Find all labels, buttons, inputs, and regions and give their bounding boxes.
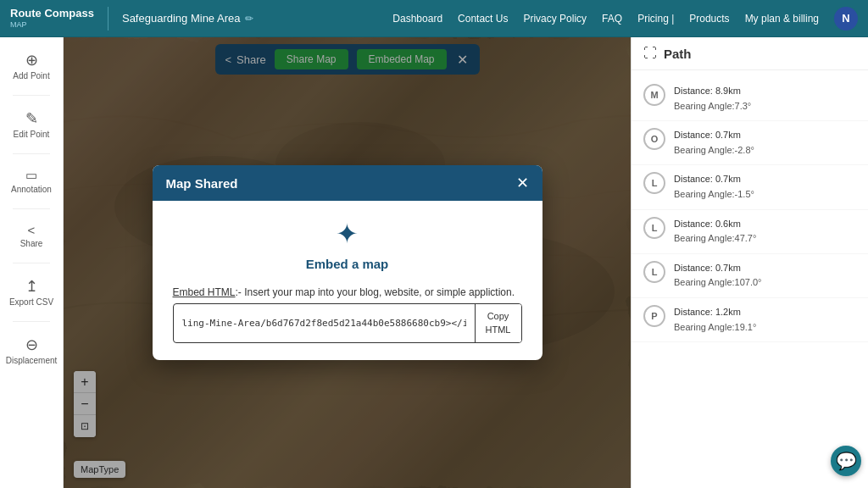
modal-title: Map Shared (166, 176, 238, 191)
path-bearing: Bearing Angle:7.3° (674, 99, 751, 114)
path-distance: Distance: 0.6km (674, 217, 756, 232)
path-distance: Distance: 0.7km (674, 128, 754, 143)
sidebar-divider-3 (13, 208, 50, 209)
project-title-text: Safeguarding Mine Area (122, 12, 240, 25)
map-background: < Share Share Map Embeded Map ✕ + − ⊡ Ma… (64, 37, 631, 488)
path-list-item: L Distance: 0.6km Bearing Angle:47.7° (632, 210, 868, 254)
path-bearing: Bearing Angle:-1.5° (674, 187, 754, 202)
add-point-label: Add Point (13, 71, 49, 81)
nav-pricing[interactable]: Pricing | (637, 13, 674, 25)
modal-close-button[interactable]: ✕ (516, 175, 529, 191)
embed-label-suffix: :- Insert your map into your blog, websi… (236, 286, 515, 298)
displacement-label: Displacement (6, 356, 58, 366)
embed-label: Embed HTML (173, 286, 236, 298)
path-distance: Distance: 0.7km (674, 172, 754, 187)
annotation-icon: ▭ (25, 168, 37, 183)
path-panel-title: Path (664, 47, 692, 61)
embed-modal: Map Shared ✕ ✦ Embed a map Embed HTML:- … (153, 165, 542, 360)
map-container: < Share Share Map Embeded Map ✕ + − ⊡ Ma… (64, 37, 631, 488)
path-bearing: Bearing Angle:-2.8° (674, 143, 754, 158)
sidebar-divider-2 (13, 153, 50, 154)
logo: Route Compass MAP (10, 8, 94, 28)
displacement-icon: ⊖ (25, 336, 38, 354)
embed-label-row: Embed HTML:- Insert your map into your b… (173, 286, 522, 298)
top-nav: Route Compass MAP Safeguarding Mine Area… (0, 0, 868, 37)
path-list-item: O Distance: 0.7km Bearing Angle:-2.8° (632, 121, 868, 165)
path-distance: Distance: 0.7km (674, 261, 761, 276)
nav-privacy[interactable]: Privacy Policy (523, 13, 587, 25)
edit-point-icon: ✎ (25, 109, 38, 128)
nav-products[interactable]: Products (689, 13, 729, 25)
edit-point-label: Edit Point (14, 130, 50, 140)
path-details: Distance: 1.2km Bearing Angle:19.1° (674, 305, 756, 335)
project-title: Safeguarding Mine Area ✏ (122, 12, 253, 25)
add-point-icon: ⊕ (25, 51, 38, 69)
modal-subtitle: Embed a map (173, 257, 522, 271)
right-panel: ⛶ Path M Distance: 8.9km Bearing Angle:7… (631, 37, 868, 488)
nav-links: Dashboard Contact Us Privacy Policy FAQ … (392, 7, 858, 30)
path-node: L (643, 261, 665, 283)
path-node: L (643, 172, 665, 194)
path-list-item: L Distance: 0.7km Bearing Angle:107.0° (632, 254, 868, 298)
nav-contact[interactable]: Contact Us (458, 13, 508, 25)
path-list-item: L Distance: 0.7km Bearing Angle:-1.5° (632, 165, 868, 209)
export-csv-icon: ↥ (25, 277, 38, 296)
path-distance: Distance: 8.9km (674, 84, 751, 99)
path-bearing: Bearing Angle:19.1° (674, 320, 756, 336)
embed-input[interactable] (174, 312, 475, 335)
path-details: Distance: 0.7km Bearing Angle:-2.8° (674, 128, 754, 158)
modal-header: Map Shared ✕ (153, 165, 542, 201)
left-sidebar: ⊕ Add Point ✎ Edit Point ▭ Annotation < … (0, 37, 64, 488)
modal-icon: ✦ (173, 218, 522, 250)
path-list-item: M Distance: 8.9km Bearing Angle:7.3° (632, 77, 868, 121)
copy-btn-line1: Copy (487, 311, 509, 321)
sidebar-item-share[interactable]: < Share (0, 216, 63, 256)
sidebar-item-add-point[interactable]: ⊕ Add Point (0, 44, 63, 88)
sidebar-item-displacement[interactable]: ⊖ Displacement (0, 329, 63, 373)
sidebar-item-annotation[interactable]: ▭ Annotation (0, 161, 63, 202)
path-details: Distance: 0.7km Bearing Angle:107.0° (674, 261, 761, 291)
path-node: L (643, 217, 665, 239)
modal-body: ✦ Embed a map Embed HTML:- Insert your m… (153, 201, 542, 360)
modal-overlay: Map Shared ✕ ✦ Embed a map Embed HTML:- … (64, 37, 631, 488)
app-name-sub: MAP (10, 20, 94, 29)
path-bearing: Bearing Angle:107.0° (674, 275, 761, 291)
embed-input-row: Copy HTML (173, 303, 522, 343)
path-panel-icon: ⛶ (643, 46, 657, 61)
path-node: P (643, 305, 665, 327)
annotation-label: Annotation (11, 185, 52, 195)
copy-html-button[interactable]: Copy HTML (475, 304, 521, 342)
float-action-icon: 💬 (836, 451, 857, 471)
nav-divider (108, 7, 108, 30)
app-name: Route Compass (10, 8, 94, 19)
path-bearing: Bearing Angle:47.7° (674, 231, 756, 247)
user-avatar[interactable]: N (834, 7, 858, 30)
path-node: M (643, 84, 665, 106)
main-layout: ⊕ Add Point ✎ Edit Point ▭ Annotation < … (0, 37, 868, 488)
sidebar-item-edit-point[interactable]: ✎ Edit Point (0, 103, 63, 147)
logo-area: Route Compass MAP Safeguarding Mine Area… (10, 7, 253, 30)
path-list: M Distance: 8.9km Bearing Angle:7.3° O D… (632, 70, 868, 488)
nav-faq[interactable]: FAQ (602, 13, 622, 25)
sidebar-divider-5 (13, 321, 50, 322)
share-icon: < (28, 223, 36, 237)
nav-billing[interactable]: My plan & billing (745, 13, 819, 25)
path-node: O (643, 128, 665, 150)
path-details: Distance: 8.9km Bearing Angle:7.3° (674, 84, 751, 114)
path-distance: Distance: 1.2km (674, 305, 756, 320)
path-list-item: P Distance: 1.2km Bearing Angle:19.1° (632, 298, 868, 342)
float-action-button[interactable]: 💬 (831, 446, 861, 476)
edit-title-icon[interactable]: ✏ (245, 13, 253, 25)
copy-btn-line2: HTML (486, 324, 511, 335)
right-panel-header: ⛶ Path (632, 37, 868, 70)
nav-dashboard[interactable]: Dashboard (392, 13, 442, 25)
path-details: Distance: 0.6km Bearing Angle:47.7° (674, 217, 756, 247)
sidebar-divider-4 (13, 263, 50, 263)
export-csv-label: Export CSV (9, 297, 53, 308)
share-label: Share (20, 239, 43, 249)
sidebar-divider-1 (13, 95, 50, 96)
sidebar-item-export-csv[interactable]: ↥ Export CSV (0, 270, 63, 314)
path-details: Distance: 0.7km Bearing Angle:-1.5° (674, 172, 754, 202)
